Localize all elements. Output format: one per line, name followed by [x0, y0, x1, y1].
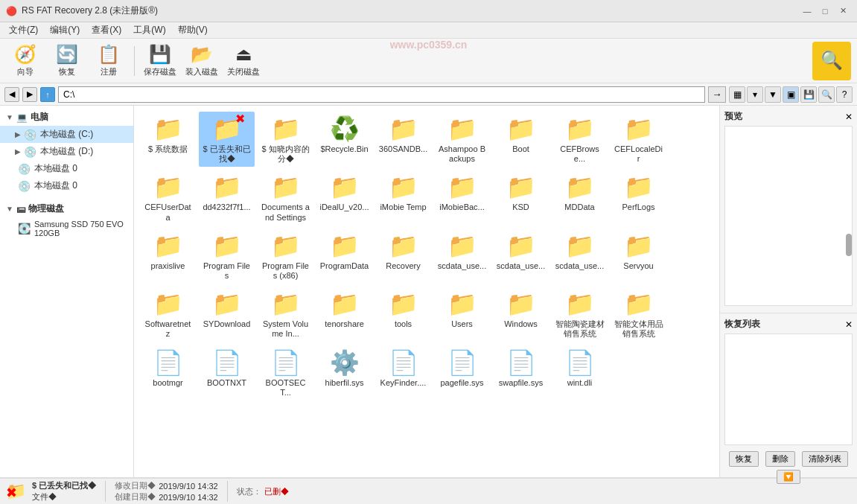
file-item-f11[interactable]: 📁 dd4232f7f1...	[199, 170, 255, 225]
file-item-f30[interactable]: 📁 System Volume In...	[258, 287, 313, 342]
wizard-button[interactable]: 🧭 向导	[6, 42, 45, 80]
action-more-button[interactable]: 🔽	[777, 470, 800, 484]
file-item-f19[interactable]: 📁 praxislive	[140, 229, 196, 284]
file-item-f28[interactable]: 📁 Softwaretnetz	[140, 287, 196, 342]
file-item-f5[interactable]: 📁 360SANDB...	[375, 112, 431, 167]
restore-button[interactable]: 🔄 恢复	[48, 42, 86, 80]
sidebar-item-samsung[interactable]: 💽 Samsung SSD 750 EVO 120GB	[0, 217, 133, 240]
close-button[interactable]: ✕	[835, 3, 851, 19]
sidebar-item-local-c[interactable]: ▶ 💿 本地磁盘 (C:)	[0, 126, 133, 143]
back-button[interactable]: ◀	[4, 87, 19, 102]
file-name-f5: 360SANDB...	[379, 144, 427, 154]
file-item-f10[interactable]: 📁 CEFUserData	[140, 170, 196, 225]
find-button[interactable]: 🔍	[818, 86, 835, 103]
file-item-f17[interactable]: 📁 MDData	[552, 170, 608, 225]
load-disk-label: 装入磁盘	[185, 66, 218, 77]
address-go-button[interactable]: →	[708, 86, 726, 103]
file-item-f39[interactable]: 📄 BOOTSECT...	[258, 345, 313, 401]
physical-icon: 🖴	[16, 204, 25, 214]
menu-file[interactable]: 文件(Z)	[3, 22, 44, 38]
preview-scrollbar[interactable]	[846, 234, 852, 256]
preview-close-button[interactable]: ✕	[845, 112, 853, 122]
file-item-f35[interactable]: 📁 智能陶瓷建材销售系统	[552, 287, 608, 342]
search-button[interactable]: 🔍	[812, 42, 851, 80]
action-restore-button[interactable]: 恢复	[729, 451, 759, 467]
file-item-f33[interactable]: 📁 Users	[434, 287, 490, 342]
file-item-f29[interactable]: 📁 SYDownload	[199, 287, 255, 342]
file-item-f16[interactable]: 📁 KSD	[493, 170, 549, 225]
file-item-f23[interactable]: 📁 Recovery	[375, 229, 431, 284]
view-options-button[interactable]: ▾	[747, 86, 763, 103]
file-item-f40[interactable]: ⚙️ hiberfil.sys	[316, 345, 372, 401]
file-area: 📁 $ 系统数据 📁 ✖ $ 已丢失和已找◆ 📁 $ 知晓内容的分◆ ♻️ $R…	[134, 106, 719, 477]
file-item-f2[interactable]: 📁 ✖ $ 已丢失和已找◆	[199, 112, 255, 167]
local-c-label: 本地磁盘 (C:)	[40, 128, 93, 141]
menu-tools[interactable]: 工具(W)	[127, 22, 171, 38]
sidebar-item-local-0a[interactable]: 💿 本地磁盘 0	[0, 160, 133, 177]
save-button[interactable]: 💾	[800, 86, 817, 103]
recovery-list-close-button[interactable]: ✕	[845, 319, 853, 330]
address-input[interactable]	[58, 86, 705, 103]
physical-section-header[interactable]: ▼ 🖴 物理磁盘	[0, 200, 133, 217]
file-item-f20[interactable]: 📁 Program Files	[199, 229, 255, 284]
wizard-label: 向导	[17, 66, 34, 77]
forward-button[interactable]: ▶	[22, 87, 37, 102]
close-disk-icon: ⏏	[235, 44, 252, 65]
file-item-f32[interactable]: 📁 tools	[375, 287, 431, 342]
up-button[interactable]: ↑	[40, 87, 55, 102]
file-item-f31[interactable]: 📁 tenorshare	[316, 287, 372, 342]
preview-actions: 恢复 删除 清除列表 🔽	[724, 448, 853, 487]
file-item-f41[interactable]: 📄 KeyFinder....	[375, 345, 431, 401]
file-item-f26[interactable]: 📁 scdata_use...	[552, 229, 608, 284]
maximize-button[interactable]: □	[817, 3, 833, 19]
view-toggle-button[interactable]: ▣	[783, 86, 799, 103]
local-d-icon: 💿	[24, 146, 36, 158]
folder-icon-f33: 📁	[447, 290, 477, 318]
file-item-f21[interactable]: 📁 Program Files (x86)	[258, 229, 313, 284]
sidebar-item-local-d[interactable]: ▶ 💿 本地磁盘 (D:)	[0, 143, 133, 160]
register-button[interactable]: 📋 注册	[89, 42, 128, 80]
load-disk-button[interactable]: 📂 装入磁盘	[182, 42, 221, 80]
file-item-f22[interactable]: 📁 ProgramData	[316, 229, 372, 284]
file-item-f36[interactable]: 📁 智能文体用品销售系统	[611, 287, 666, 342]
file-item-f4[interactable]: ♻️ $Recycle.Bin	[316, 112, 372, 167]
menu-help[interactable]: 帮助(V)	[172, 22, 214, 38]
file-item-f6[interactable]: 📁 Ashampoo Backups	[434, 112, 490, 167]
file-item-f42[interactable]: 📄 pagefile.sys	[434, 345, 490, 401]
file-item-f44[interactable]: 📄 wint.dli	[552, 345, 608, 401]
file-name-f44: wint.dli	[567, 378, 593, 388]
computer-section-header[interactable]: ▼ 💻 电脑	[0, 109, 133, 126]
save-disk-button[interactable]: 💾 保存磁盘	[141, 42, 179, 80]
file-item-f37[interactable]: 📄 bootmgr	[140, 345, 196, 401]
file-item-f25[interactable]: 📁 scdata_use...	[493, 229, 549, 284]
minimize-button[interactable]: —	[799, 3, 815, 19]
computer-label: 电脑	[31, 111, 48, 124]
menu-edit[interactable]: 编辑(Y)	[44, 22, 86, 38]
file-item-f14[interactable]: 📁 iMobie Temp	[375, 170, 431, 225]
file-item-f15[interactable]: 📁 iMobieBac...	[434, 170, 490, 225]
computer-icon: 💻	[16, 112, 28, 123]
view-grid-button[interactable]: ▦	[729, 86, 745, 103]
menu-view[interactable]: 查看(X)	[86, 22, 127, 38]
file-item-f7[interactable]: 📁 Boot	[493, 112, 549, 167]
file-item-f1[interactable]: 📁 $ 系统数据	[140, 112, 196, 167]
file-item-f18[interactable]: 📁 PerfLogs	[611, 170, 666, 225]
file-item-f38[interactable]: 📄 BOOTNXT	[199, 345, 255, 401]
file-item-f13[interactable]: 📁 iDealU_v20...	[316, 170, 372, 225]
file-item-f12[interactable]: 📁 Documents and Settings	[258, 170, 313, 225]
file-item-f43[interactable]: 📄 swapfile.sys	[493, 345, 549, 401]
status-divider-1	[105, 481, 106, 502]
close-disk-button[interactable]: ⏏ 关闭磁盘	[224, 42, 263, 80]
file-item-f27[interactable]: 📁 Servyou	[611, 229, 666, 284]
filter-button[interactable]: ▼	[765, 86, 781, 103]
file-item-f34[interactable]: 📁 Windows	[493, 287, 549, 342]
file-item-f9[interactable]: 📁 CEFLocaleDir	[611, 112, 666, 167]
file-name-f43: swapfile.sys	[499, 378, 543, 388]
file-item-f3[interactable]: 📁 $ 知晓内容的分◆	[258, 112, 313, 167]
sidebar-item-local-0b[interactable]: 💿 本地磁盘 0	[0, 177, 133, 194]
action-delete-button[interactable]: 删除	[765, 451, 795, 467]
help-button[interactable]: ?	[836, 86, 853, 103]
file-item-f24[interactable]: 📁 scdata_use...	[434, 229, 490, 284]
file-item-f8[interactable]: 📁 CEFBrowse...	[552, 112, 608, 167]
action-clear-list-button[interactable]: 清除列表	[802, 451, 848, 467]
